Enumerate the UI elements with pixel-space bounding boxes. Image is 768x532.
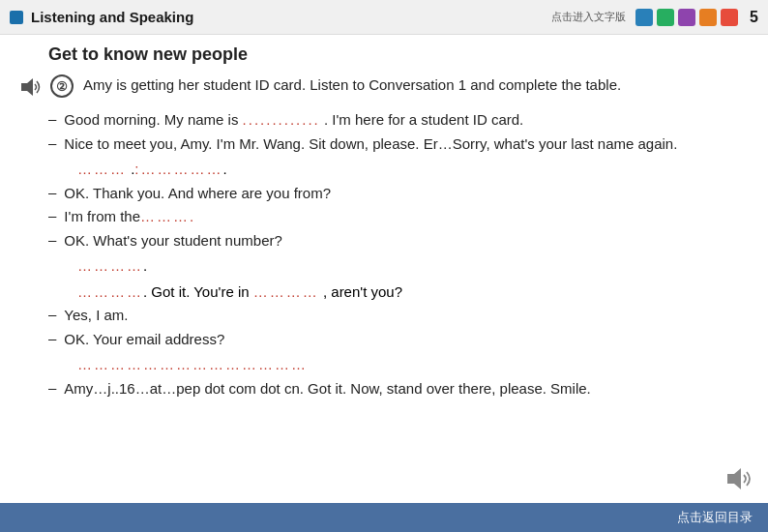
dialogue-line-2: – Nice to meet you, Amy. I'm Mr. Wang. S… <box>48 133 749 156</box>
blank-gap-3a: ………… <box>77 283 143 300</box>
blank-gap-1: ……… <box>77 161 127 177</box>
header-center-text: 点击进入文字版 <box>551 10 626 24</box>
blank-gap-4: …………………………………… <box>77 356 308 372</box>
blank-3: ………… <box>253 283 319 300</box>
dot-blue[interactable] <box>635 9 653 26</box>
dialogue: – Good morning. My name is .............… <box>48 109 749 399</box>
footer-text: 点击返回目录 <box>677 509 753 526</box>
dot-orange[interactable] <box>699 9 717 26</box>
bottom-speaker-icon[interactable] <box>725 466 754 495</box>
page-number: 5 <box>750 9 758 26</box>
blank-1: ............. <box>243 111 320 128</box>
svg-marker-0 <box>21 78 33 96</box>
exercise-row: ② Amy is getting her student ID card. Li… <box>19 74 749 102</box>
header: Listening and Speaking 点击进入文字版 5 <box>0 0 768 35</box>
header-icon <box>10 11 23 24</box>
dialogue-line-4: – I'm from the………. <box>48 206 749 228</box>
dash-4: – <box>48 207 56 223</box>
dialogue-line-7: – OK. Your email address? <box>48 329 749 351</box>
gap-line-4: …………………………………… <box>77 354 749 376</box>
gap-line-1: ……… .:……………. <box>77 159 749 181</box>
section-title: Get to know new people <box>48 44 749 65</box>
gap-line-2: …………. <box>77 255 749 278</box>
dialogue-line-6: – Yes, I am. <box>48 305 749 327</box>
dash-6: – <box>48 306 56 322</box>
line-text-3: OK. Thank you. And where are you from? <box>64 183 331 205</box>
gap-line-3: …………. Got it. You're in ………… , aren't yo… <box>77 281 749 304</box>
dash: – <box>48 110 56 127</box>
svg-marker-1 <box>727 468 741 489</box>
line-text-4: I'm from the………. <box>64 206 195 228</box>
main-content: Get to know new people ② Amy is getting … <box>0 35 768 503</box>
line-text-6: Yes, I am. <box>64 305 128 327</box>
dash-8: – <box>48 379 56 396</box>
blank-gap-1b: :…………… <box>134 161 222 177</box>
footer[interactable]: 点击返回目录 <box>0 503 768 532</box>
line-text-8: Amy…j..16…at…pep dot com dot cn. Got it.… <box>64 378 590 400</box>
dialogue-line-3: – OK. Thank you. And where are you from? <box>48 183 749 205</box>
dash-7: – <box>48 330 56 346</box>
dialogue-line-5: – OK. What's your student number? <box>48 230 749 252</box>
line-text-2: Nice to meet you, Amy. I'm Mr. Wang. Sit… <box>64 133 677 156</box>
dialogue-line-8: – Amy…j..16…at…pep dot com dot cn. Got i… <box>48 378 749 400</box>
blank-gap-2: ………… <box>77 257 143 274</box>
dot-red[interactable] <box>721 9 738 26</box>
color-dots <box>635 9 738 26</box>
dialogue-line-1: – Good morning. My name is .............… <box>48 109 749 132</box>
speaker-icon[interactable] <box>19 76 44 102</box>
dot-purple[interactable] <box>678 9 695 26</box>
line-text-5: OK. What's your student number? <box>64 230 281 252</box>
dash-2: – <box>48 134 56 151</box>
dash-5: – <box>48 231 56 248</box>
dash-3: – <box>48 184 56 200</box>
exercise-instruction: Amy is getting her student ID card. List… <box>83 74 621 97</box>
exercise-number: ② <box>50 74 74 98</box>
dot-green[interactable] <box>657 9 674 26</box>
line-text-1: Good morning. My name is ............. .… <box>64 109 523 132</box>
header-title: Listening and Speaking <box>31 9 551 25</box>
line-text-7: OK. Your email address? <box>64 329 224 351</box>
blank-2: ………. <box>140 208 195 224</box>
